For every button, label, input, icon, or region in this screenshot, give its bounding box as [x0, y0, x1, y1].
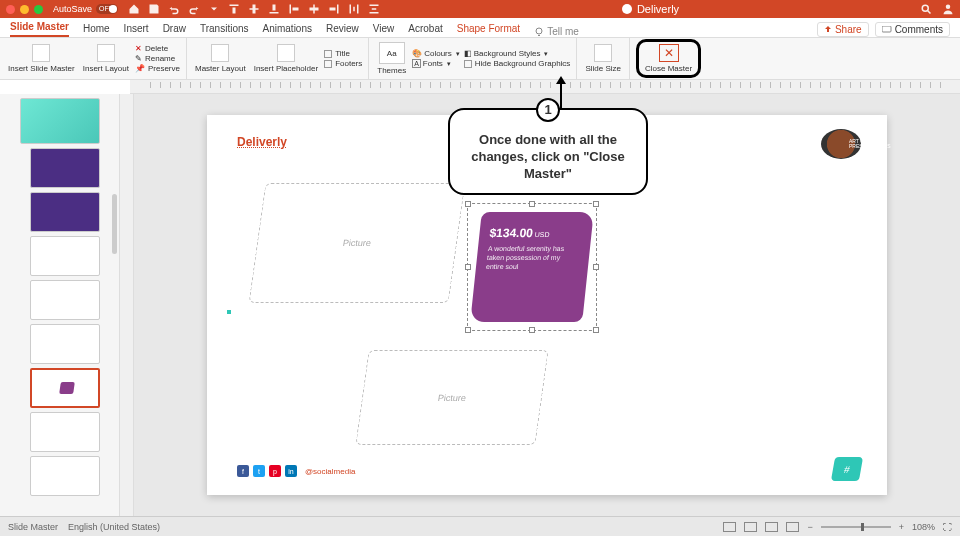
background-styles-dropdown[interactable]: ◧Background Styles — [464, 49, 571, 58]
window-controls[interactable] — [6, 5, 43, 14]
facebook-icon[interactable]: f — [237, 465, 249, 477]
distribute-v-icon[interactable] — [368, 3, 380, 15]
close-window-icon[interactable] — [6, 5, 15, 14]
layout-thumbnail-selected[interactable] — [30, 368, 100, 408]
resize-handle[interactable] — [465, 264, 471, 270]
instruction-callout: 1 Once done with all the changes, click … — [448, 108, 648, 195]
align-center-icon[interactable] — [308, 3, 320, 15]
layout-thumbnail[interactable] — [30, 148, 100, 188]
sorter-view-icon[interactable] — [744, 522, 757, 532]
page-number-badge: # — [831, 457, 863, 481]
price-shape[interactable]: $134.00USD A wonderful serenity has take… — [470, 212, 594, 322]
save-icon[interactable] — [148, 3, 160, 15]
picture-placeholder-2[interactable]: Picture — [355, 350, 548, 445]
slide-thumbnail-panel[interactable] — [0, 94, 120, 516]
close-master-button[interactable]: ✕ Close Master — [645, 44, 692, 73]
master-layout-button[interactable]: Master Layout — [193, 42, 248, 75]
social-handle[interactable]: @socialmedia — [305, 467, 355, 476]
home-icon[interactable] — [128, 3, 140, 15]
layout-thumbnail[interactable] — [30, 412, 100, 452]
layout-thumbnail[interactable] — [30, 236, 100, 276]
share-icon — [824, 26, 832, 34]
resize-handle[interactable] — [593, 201, 599, 207]
tab-review[interactable]: Review — [326, 20, 359, 37]
resize-handle[interactable] — [465, 201, 471, 207]
title-bar: AutoSave OFF Deliverly — [0, 0, 960, 18]
svg-point-0 — [622, 4, 632, 14]
svg-point-2 — [946, 5, 951, 10]
align-middle-icon[interactable] — [248, 3, 260, 15]
comment-icon — [882, 26, 892, 34]
colours-dropdown[interactable]: 🎨Colours — [412, 49, 460, 58]
tab-acrobat[interactable]: Acrobat — [408, 20, 442, 37]
align-left-icon[interactable] — [288, 3, 300, 15]
tab-shape-format[interactable]: Shape Format — [457, 20, 520, 37]
footers-checkbox[interactable]: Footers — [324, 59, 362, 68]
selection-bounding-box[interactable]: $134.00USD A wonderful serenity has take… — [467, 203, 597, 331]
rename-button[interactable]: ✎Rename — [135, 54, 180, 63]
zoom-in-button[interactable]: + — [899, 522, 904, 532]
insert-layout-button[interactable]: Insert Layout — [81, 42, 131, 75]
tab-transitions[interactable]: Transitions — [200, 20, 249, 37]
logo-badge: ART OF PRESENTATIONS — [821, 129, 861, 159]
align-bottom-icon[interactable] — [268, 3, 280, 15]
hide-background-checkbox[interactable]: Hide Background Graphics — [464, 59, 571, 68]
zoom-out-button[interactable]: − — [807, 522, 812, 532]
master-thumbnail[interactable] — [20, 98, 100, 144]
delete-button[interactable]: ✕Delete — [135, 44, 180, 53]
align-top-icon[interactable] — [228, 3, 240, 15]
tell-me-search[interactable]: Tell me — [534, 26, 579, 37]
status-language[interactable]: English (United States) — [68, 522, 160, 532]
resize-handle[interactable] — [529, 201, 535, 207]
tab-view[interactable]: View — [373, 20, 395, 37]
align-right-icon[interactable] — [328, 3, 340, 15]
search-icon[interactable] — [920, 3, 932, 15]
redo-icon[interactable] — [188, 3, 200, 15]
preserve-button[interactable]: 📌Preserve — [135, 64, 180, 73]
thumbnail-scrollbar[interactable] — [112, 194, 117, 254]
autosave-state: OFF — [99, 5, 113, 12]
ribbon-tabs: Slide Master Home Insert Draw Transition… — [0, 18, 960, 38]
slideshow-view-icon[interactable] — [786, 522, 799, 532]
zoom-level[interactable]: 108% — [912, 522, 935, 532]
autosave-toggle[interactable]: AutoSave OFF — [53, 4, 118, 14]
pinterest-icon[interactable]: p — [269, 465, 281, 477]
undo-icon[interactable] — [168, 3, 180, 15]
layout-thumbnail[interactable] — [30, 192, 100, 232]
reading-view-icon[interactable] — [765, 522, 778, 532]
resize-handle[interactable] — [465, 327, 471, 333]
slide-size-button[interactable]: Slide Size — [583, 42, 623, 75]
fonts-dropdown[interactable]: AFonts — [412, 59, 460, 68]
distribute-h-icon[interactable] — [348, 3, 360, 15]
linkedin-icon[interactable]: in — [285, 465, 297, 477]
brand-text[interactable]: Deliverly — [237, 135, 287, 149]
resize-handle[interactable] — [593, 327, 599, 333]
layout-thumbnail[interactable] — [30, 324, 100, 364]
minimize-window-icon[interactable] — [20, 5, 29, 14]
resize-handle[interactable] — [529, 327, 535, 333]
picture-placeholder-1[interactable]: Picture — [249, 183, 466, 303]
insert-slide-master-button[interactable]: Insert Slide Master — [6, 42, 77, 75]
document-title: Deliverly — [380, 3, 920, 15]
fit-to-window-icon[interactable]: ⛶ — [943, 522, 952, 532]
tab-insert[interactable]: Insert — [124, 20, 149, 37]
twitter-icon[interactable]: t — [253, 465, 265, 477]
maximize-window-icon[interactable] — [34, 5, 43, 14]
normal-view-icon[interactable] — [723, 522, 736, 532]
layout-thumbnail[interactable] — [30, 456, 100, 496]
layout-thumbnail[interactable] — [30, 280, 100, 320]
title-checkbox[interactable]: Title — [324, 49, 362, 58]
account-icon[interactable] — [942, 3, 954, 15]
tab-slide-master[interactable]: Slide Master — [10, 18, 69, 37]
insert-placeholder-button[interactable]: Insert Placeholder — [252, 42, 320, 75]
comments-button[interactable]: Comments — [875, 22, 950, 37]
dropdown-icon[interactable] — [208, 3, 220, 15]
tab-home[interactable]: Home — [83, 20, 110, 37]
zoom-slider[interactable] — [821, 526, 891, 528]
share-button[interactable]: Share — [817, 22, 868, 37]
themes-button[interactable]: AaThemes — [375, 40, 408, 77]
tab-animations[interactable]: Animations — [263, 20, 312, 37]
tab-draw[interactable]: Draw — [163, 20, 186, 37]
resize-handle[interactable] — [593, 264, 599, 270]
callout-text: Once done with all the changes, click on… — [471, 132, 625, 181]
